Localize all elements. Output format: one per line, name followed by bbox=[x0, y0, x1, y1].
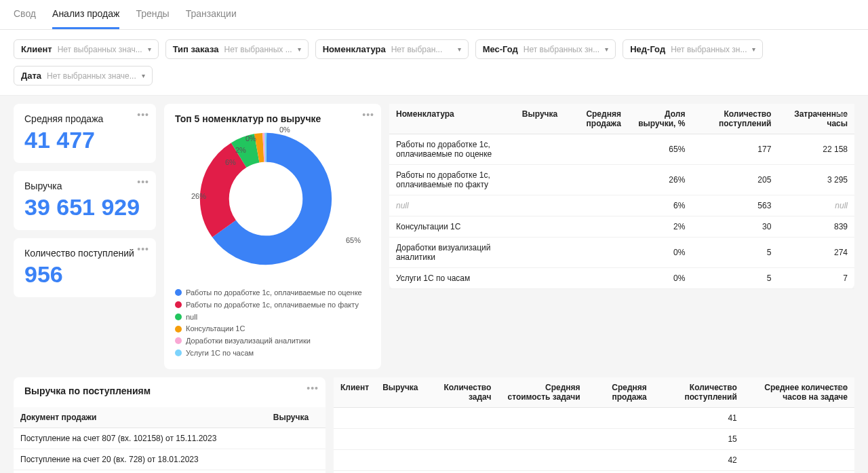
more-icon[interactable]: ••• bbox=[362, 109, 374, 120]
tab-3[interactable]: Транзакции bbox=[186, 8, 237, 29]
cell: null bbox=[778, 195, 854, 216]
cell bbox=[267, 470, 326, 473]
filter-Тип заказа[interactable]: Тип заказаНет выбранных ...▾ bbox=[165, 39, 309, 59]
legend-item[interactable]: Доработки визуализаций аналитики bbox=[175, 335, 311, 347]
legend-item[interactable]: Услуги 1С по часам bbox=[175, 347, 254, 359]
tab-2[interactable]: Тренды bbox=[136, 8, 169, 29]
filter-placeholder: Нет выбран... bbox=[391, 45, 452, 54]
table-row[interactable]: 15 bbox=[334, 428, 854, 449]
cell bbox=[376, 470, 425, 473]
col-header[interactable]: Средняя продажа bbox=[587, 377, 654, 408]
table-row[interactable]: Работы по доработке 1с, оплачиваемые по … bbox=[389, 134, 854, 165]
col-header[interactable]: Количество поступлений bbox=[692, 104, 778, 134]
col-header[interactable]: Средняя стоимость задачи bbox=[498, 377, 587, 408]
swatch-icon bbox=[175, 326, 182, 333]
filter-Номенклатура[interactable]: НоменклатураНет выбран...▾ bbox=[315, 39, 469, 59]
cell: 30 bbox=[692, 216, 778, 238]
filter-Мес-Год[interactable]: Мес-ГодНет выбранных зн...▾ bbox=[475, 39, 616, 59]
legend-text: Консультации 1С bbox=[186, 323, 245, 335]
col-header[interactable]: Выручка bbox=[376, 377, 425, 408]
table-row[interactable]: 15 bbox=[334, 470, 854, 473]
cell: 6% bbox=[628, 195, 692, 216]
legend-item[interactable]: Консультации 1С bbox=[175, 323, 245, 335]
filter-Клиент[interactable]: КлиентНет выбранных знач...▾ bbox=[14, 39, 159, 59]
table-row[interactable]: 42 bbox=[334, 449, 854, 470]
cell bbox=[334, 428, 376, 449]
cell: 15 bbox=[654, 428, 744, 449]
legend-text: Работы по доработке 1с, оплачиваемые по … bbox=[186, 299, 359, 311]
table-row[interactable]: Работы по доработке 1с, оплачиваемые по … bbox=[389, 165, 854, 195]
more-icon[interactable]: ••• bbox=[137, 176, 149, 187]
more-icon[interactable]: ••• bbox=[835, 383, 848, 394]
slice-label: 0% bbox=[245, 134, 256, 143]
tab-0[interactable]: Свод bbox=[14, 8, 36, 29]
tab-1[interactable]: Анализ продаж bbox=[52, 8, 119, 29]
top-table-card: ••• НоменклатураВыручкаСредняя продажаДо… bbox=[389, 104, 854, 289]
cell bbox=[564, 216, 628, 238]
table-row[interactable]: Поступление на счет 20 (вх. 728) от 18.0… bbox=[14, 449, 326, 470]
chevron-down-icon: ▾ bbox=[142, 72, 145, 79]
cell bbox=[587, 428, 654, 449]
cell bbox=[515, 268, 564, 289]
col-header[interactable]: Номенклатура bbox=[389, 104, 515, 134]
filter-label: Дата bbox=[21, 71, 41, 81]
swatch-icon bbox=[175, 349, 182, 356]
donut-legend: Работы по доработке 1с, оплачиваемые по … bbox=[175, 287, 370, 360]
cell: 2% bbox=[628, 216, 692, 238]
cell bbox=[515, 134, 564, 165]
filter-placeholder: Нет выбранных зн... bbox=[671, 45, 747, 54]
chevron-down-icon: ▾ bbox=[148, 45, 151, 53]
kpi-label: Выручка bbox=[24, 181, 145, 191]
more-icon[interactable]: ••• bbox=[137, 244, 149, 254]
cell bbox=[564, 238, 628, 268]
table-row[interactable]: Консультации 1С2%30839 bbox=[389, 216, 854, 238]
col-header[interactable]: Количество задач bbox=[425, 377, 498, 408]
more-icon[interactable]: ••• bbox=[307, 383, 319, 394]
cell: 22 158 bbox=[778, 134, 854, 165]
kpi-value: 41 477 bbox=[24, 127, 145, 153]
cell bbox=[564, 165, 628, 195]
more-icon[interactable]: ••• bbox=[137, 109, 149, 120]
table-row[interactable]: Поступление на счет 264 (вх. 7294) от 27… bbox=[14, 470, 326, 473]
legend-item[interactable]: null bbox=[175, 311, 197, 323]
cell: Поступление на счет 264 (вх. 7294) от 27… bbox=[14, 470, 267, 473]
slice-label: 65% bbox=[346, 236, 361, 244]
table-row[interactable]: Поступление на счет 807 (вх. 102158) от … bbox=[14, 428, 326, 449]
cell: 839 bbox=[778, 216, 854, 238]
cell bbox=[425, 470, 498, 473]
cell bbox=[334, 407, 376, 428]
cell bbox=[498, 449, 587, 470]
table-row[interactable]: Услуги 1С по часам0%57 bbox=[389, 268, 854, 289]
legend-text: Услуги 1С по часам bbox=[186, 347, 254, 359]
col-header[interactable]: Клиент bbox=[334, 377, 376, 408]
cell bbox=[498, 407, 587, 428]
table-row[interactable]: null6%563null bbox=[389, 195, 854, 216]
col-header[interactable]: Документ продажи bbox=[14, 407, 267, 428]
more-icon[interactable]: ••• bbox=[835, 109, 848, 120]
cell: 5 bbox=[692, 238, 778, 268]
legend-item[interactable]: Работы по доработке 1с, оплачиваемые по … bbox=[175, 287, 362, 299]
col-header[interactable]: Средняя продажа bbox=[564, 104, 628, 134]
table-row[interactable]: 41 bbox=[334, 407, 854, 428]
col-header[interactable]: Доля выручки, % bbox=[628, 104, 692, 134]
clients-card: ••• КлиентВыручкаКоличество задачСредняя… bbox=[334, 377, 854, 474]
legend-item[interactable]: Работы по доработке 1с, оплачиваемые по … bbox=[175, 299, 359, 311]
donut-title: Топ 5 номенклатур по выручке bbox=[175, 113, 370, 124]
cell: 0% bbox=[628, 238, 692, 268]
legend-text: Доработки визуализаций аналитики bbox=[186, 335, 311, 347]
cell: 26% bbox=[628, 165, 692, 195]
cell bbox=[334, 470, 376, 473]
cell: 563 bbox=[692, 195, 778, 216]
col-header[interactable]: Количество поступлений bbox=[654, 377, 744, 408]
col-header[interactable]: Выручка bbox=[515, 104, 564, 134]
cell bbox=[515, 238, 564, 268]
filter-Дата[interactable]: ДатаНет выбранных значе...▾ bbox=[14, 66, 153, 86]
slice-label: 26% bbox=[191, 192, 206, 200]
col-header[interactable]: Выручка bbox=[267, 407, 326, 428]
filter-Нед-Год[interactable]: Нед-ГодНет выбранных зн...▾ bbox=[623, 39, 763, 59]
cell bbox=[376, 407, 425, 428]
filters-row: КлиентНет выбранных знач...▾Тип заказаНе… bbox=[0, 30, 868, 96]
kpi-label: Количество поступлений bbox=[24, 248, 145, 259]
table-row[interactable]: Доработки визуализаций аналитики0%5274 bbox=[389, 238, 854, 268]
donut-card: ••• Топ 5 номенклатур по выручке 65% 26%… bbox=[164, 104, 381, 369]
